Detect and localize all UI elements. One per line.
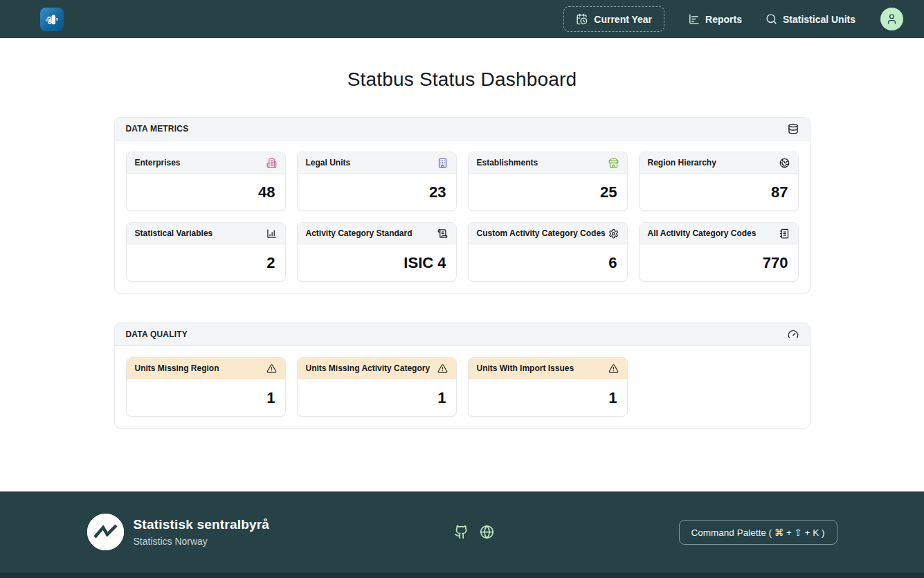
ssb-brand-link[interactable]: Statistisk sentralbyrå Statistics Norway	[87, 514, 270, 550]
card-header: Units With Import Issues	[469, 358, 627, 379]
data-metrics-panel: DATA METRICS Enterprises 48	[114, 117, 810, 293]
card-label: Legal Units	[306, 158, 351, 168]
warning-icon	[608, 363, 619, 374]
data-quality-grid: Units Missing Region 1 Units Missing Act…	[115, 346, 810, 428]
store-icon	[608, 158, 619, 168]
metric-card-custom-activity-codes[interactable]: Custom Activity Category Codes 6	[468, 222, 628, 282]
card-label: Statistical Variables	[135, 228, 213, 238]
nav-item-statistical-units[interactable]: Statistical Units	[766, 13, 855, 25]
page-footer: Statistisk sentralbyrå Statistics Norway…	[0, 491, 924, 578]
globe-icon[interactable]	[480, 525, 494, 539]
calendar-clock-icon	[576, 13, 588, 25]
card-value: 25	[600, 183, 617, 201]
nav-item-reports[interactable]: Reports	[688, 13, 742, 25]
card-body: 87	[640, 174, 798, 210]
card-header: Legal Units	[298, 152, 456, 174]
bar-chart-icon	[688, 13, 700, 25]
enterprise-building-icon	[266, 158, 277, 168]
card-header: Enterprises	[127, 152, 285, 174]
card-label: Units Missing Activity Category	[306, 363, 431, 373]
card-label: Units Missing Region	[135, 363, 219, 373]
card-header: Statistical Variables	[127, 223, 285, 244]
card-body: 770	[640, 244, 798, 281]
top-navbar: Current Year Reports Statistical Units	[0, 0, 924, 38]
card-label: Activity Category Standard	[306, 228, 413, 238]
card-body: 6	[469, 244, 627, 281]
ssb-brand-text: Statistisk sentralbyrå Statistics Norway	[134, 517, 270, 547]
card-label: All Activity Category Codes	[648, 228, 757, 238]
card-header: Region Hierarchy	[640, 152, 798, 174]
footer-content: Statistisk sentralbyrå Statistics Norway…	[82, 491, 843, 572]
search-icon	[766, 13, 777, 25]
card-value: 1	[266, 389, 275, 407]
data-quality-header: DATA QUALITY	[115, 323, 810, 346]
nav-links: Current Year Reports Statistical Units	[563, 6, 903, 32]
card-header: Units Missing Activity Category	[298, 358, 456, 379]
warning-icon	[437, 363, 448, 374]
globe-icon	[779, 158, 790, 168]
ssb-logo-icon	[87, 514, 124, 550]
footer-bottom-strip	[0, 572, 924, 578]
data-metrics-grid: Enterprises 48 Legal Units	[115, 141, 810, 293]
card-body: 1	[127, 379, 285, 416]
user-avatar[interactable]	[880, 8, 903, 30]
metric-card-all-activity-codes[interactable]: All Activity Category Codes 770	[639, 222, 799, 282]
card-body: ISIC 4	[298, 244, 456, 281]
scroll-icon	[437, 228, 448, 239]
metric-card-region-hierarchy[interactable]: Region Hierarchy 87	[639, 152, 799, 211]
quality-card-missing-region[interactable]: Units Missing Region 1	[126, 357, 286, 417]
card-value: 770	[763, 254, 788, 272]
data-metrics-header: DATA METRICS	[115, 118, 810, 141]
card-value: 2	[266, 254, 275, 272]
data-quality-panel: DATA QUALITY Units Missing Region	[114, 323, 810, 428]
metric-card-establishments[interactable]: Establishments 25	[468, 152, 628, 211]
legal-unit-building-icon	[437, 158, 448, 168]
card-value: 1	[437, 389, 446, 407]
current-year-button[interactable]: Current Year	[563, 6, 664, 32]
card-body: 25	[469, 174, 627, 210]
quality-card-import-issues[interactable]: Units With Import Issues 1	[468, 357, 628, 417]
card-label: Units With Import Issues	[477, 363, 574, 373]
ssb-brand-name: Statistisk sentralbyrå	[134, 517, 270, 532]
warning-icon	[266, 363, 277, 374]
card-label: Region Hierarchy	[648, 158, 716, 168]
card-value: 48	[258, 183, 275, 201]
card-value: ISIC 4	[404, 254, 446, 272]
card-value: 87	[771, 183, 788, 201]
database-icon	[788, 123, 799, 134]
statbus-logo[interactable]	[40, 8, 64, 31]
metric-card-legal-units[interactable]: Legal Units 23	[297, 152, 457, 211]
card-header: Establishments	[469, 152, 627, 174]
card-body: 1	[298, 379, 456, 416]
footer-social-icons	[454, 525, 494, 539]
ssb-brand-subtitle: Statistics Norway	[134, 536, 270, 547]
user-icon	[886, 13, 898, 25]
card-header: Units Missing Region	[127, 358, 285, 379]
card-body: 2	[127, 244, 285, 281]
statistical-units-label: Statistical Units	[783, 14, 855, 25]
notebook-icon	[779, 228, 790, 239]
card-label: Establishments	[477, 158, 538, 168]
card-header: All Activity Category Codes	[640, 223, 798, 244]
data-metrics-title: DATA METRICS	[126, 124, 189, 134]
quality-card-missing-activity-category[interactable]: Units Missing Activity Category 1	[297, 357, 457, 417]
card-label: Custom Activity Category Codes	[477, 228, 606, 238]
card-header: Custom Activity Category Codes	[469, 223, 627, 244]
metric-card-enterprises[interactable]: Enterprises 48	[126, 152, 286, 211]
reports-label: Reports	[705, 14, 742, 25]
data-quality-title: DATA QUALITY	[126, 329, 188, 339]
gear-icon	[608, 228, 619, 239]
page-title: Statbus Status Dashboard	[114, 69, 810, 91]
card-body: 48	[127, 174, 285, 210]
main-content: Statbus Status Dashboard DATA METRICS En…	[114, 38, 810, 428]
card-body: 1	[469, 379, 627, 416]
metric-card-activity-category-standard[interactable]: Activity Category Standard ISIC 4	[297, 222, 457, 282]
github-icon[interactable]	[454, 525, 469, 539]
current-year-label: Current Year	[594, 14, 652, 25]
bar-chart-icon	[266, 228, 277, 239]
card-value: 6	[608, 254, 617, 272]
metric-card-statistical-variables[interactable]: Statistical Variables 2	[126, 222, 286, 282]
card-header: Activity Category Standard	[298, 223, 456, 244]
card-body: 23	[298, 174, 456, 210]
command-palette-button[interactable]: Command Palette ( ⌘ + ⇧ + K )	[679, 520, 837, 545]
